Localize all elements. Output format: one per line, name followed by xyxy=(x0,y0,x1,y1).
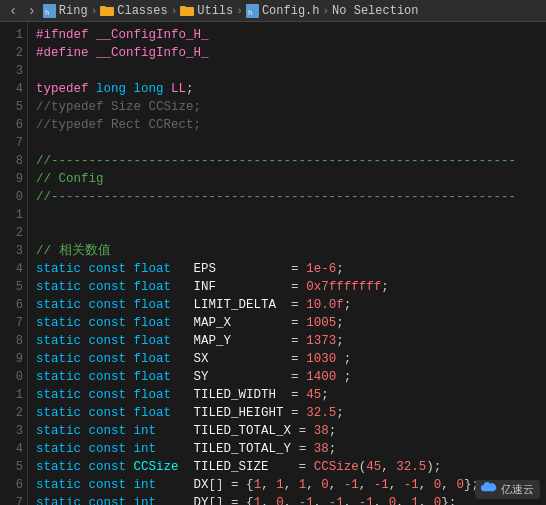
sep3: › xyxy=(236,5,243,17)
sep2: › xyxy=(171,5,178,17)
classes-folder-icon xyxy=(100,5,114,16)
code-line: static const float SY = 1400 ; xyxy=(36,368,538,386)
code-line xyxy=(36,134,538,152)
breadcrumb-classes[interactable]: Classes xyxy=(117,4,167,18)
code-line: static const float EPS = 1e-6; xyxy=(36,260,538,278)
code-line: static const int DX[] = {1, 1, 1, 0, -1,… xyxy=(36,476,538,494)
code-line: #define __ConfigInfo_H_ xyxy=(36,44,538,62)
code-line: static const int TILED_TOTAL_X = 38; xyxy=(36,422,538,440)
code-content[interactable]: #ifndef __ConfigInfo_H_ #define __Config… xyxy=(28,22,546,505)
code-line: static const float TILED_WIDTH = 45; xyxy=(36,386,538,404)
forward-button[interactable]: › xyxy=(24,3,38,19)
ring-file-icon: h xyxy=(43,4,56,18)
breadcrumb-config[interactable]: Config.h xyxy=(262,4,320,18)
code-area: 1 2 3 4 5 6 7 8 9 0 1 2 3 4 5 6 7 8 9 0 … xyxy=(0,22,546,505)
line-numbers: 1 2 3 4 5 6 7 8 9 0 1 2 3 4 5 6 7 8 9 0 … xyxy=(0,22,28,505)
sep4: › xyxy=(323,5,330,17)
cloud-icon xyxy=(481,482,497,497)
code-line: // Config xyxy=(36,170,538,188)
code-line: static const CCSize TILED_SIZE = CCSize(… xyxy=(36,458,538,476)
code-line: // 相关数值 xyxy=(36,242,538,260)
utils-folder-icon xyxy=(180,5,194,16)
code-line: //typedef Rect CCRect; xyxy=(36,116,538,134)
svg-text:h: h xyxy=(248,9,252,17)
code-line: static const float INF = 0x7fffffff; xyxy=(36,278,538,296)
code-line: static const int DY[] = {1, 0, -1, -1, -… xyxy=(36,494,538,505)
code-line xyxy=(36,206,538,224)
breadcrumb: h Ring › Classes › Utils › h Config.h xyxy=(43,4,419,18)
sep1: › xyxy=(91,5,98,17)
code-line xyxy=(36,62,538,80)
code-line: static const float SX = 1030 ; xyxy=(36,350,538,368)
code-line: static const float MAP_X = 1005; xyxy=(36,314,538,332)
code-line: typedef long long LL; xyxy=(36,80,538,98)
watermark: 亿速云 xyxy=(475,480,540,499)
code-line: static const float MAP_Y = 1373; xyxy=(36,332,538,350)
code-line xyxy=(36,224,538,242)
config-file-icon: h xyxy=(246,4,259,18)
breadcrumb-ring[interactable]: Ring xyxy=(59,4,88,18)
svg-text:h: h xyxy=(45,9,49,17)
no-selection-label: No Selection xyxy=(332,4,418,18)
toolbar: ‹ › h Ring › Classes › Utils › xyxy=(0,0,546,22)
back-button[interactable]: ‹ xyxy=(6,3,20,19)
code-line: //--------------------------------------… xyxy=(36,152,538,170)
code-line: static const float TILED_HEIGHT = 32.5; xyxy=(36,404,538,422)
code-line: static const float LIMIT_DELTA = 10.0f; xyxy=(36,296,538,314)
watermark-text: 亿速云 xyxy=(501,482,534,497)
code-line: static const int TILED_TOTAL_Y = 38; xyxy=(36,440,538,458)
code-line: //--------------------------------------… xyxy=(36,188,538,206)
code-line: //typedef Size CCSize; xyxy=(36,98,538,116)
breadcrumb-utils[interactable]: Utils xyxy=(197,4,233,18)
code-line: #ifndef __ConfigInfo_H_ xyxy=(36,26,538,44)
